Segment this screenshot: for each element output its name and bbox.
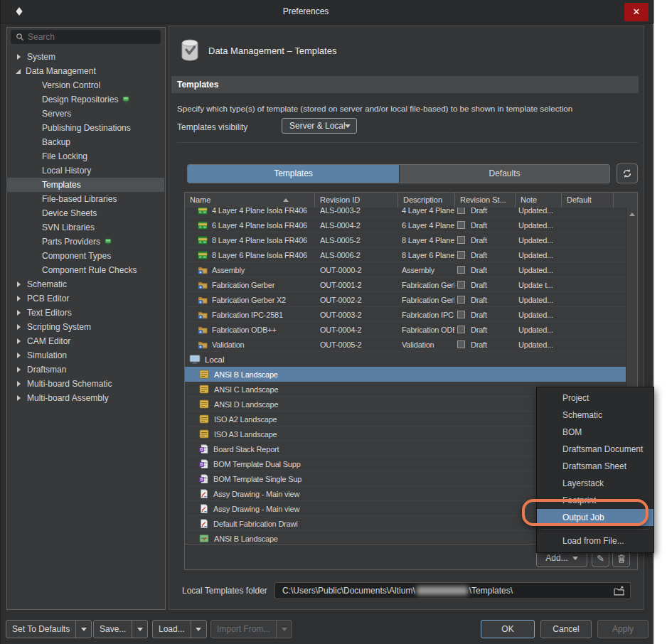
sidebar-item-file-locking[interactable]: File Locking [6,149,166,163]
column-header-note[interactable]: Note [515,193,561,208]
load-button[interactable]: Load... [152,620,207,638]
title-bar[interactable]: Preferences ✕ [1,0,653,23]
revision-state-checkbox[interactable] [457,236,465,244]
sidebar-item-publishing-destinations[interactable]: Publishing Destinations [6,121,166,135]
template-row[interactable]: Fabrication Gerber X2 OUT-0002-2 Fabrica… [185,292,626,307]
revision-state-checkbox[interactable] [457,221,465,229]
local-template-row-selected[interactable]: ANSI B Landscape [185,367,626,382]
sidebar-item-design-repositories[interactable]: Design Repositories [6,92,166,107]
sidebar-item-parts-providers[interactable]: Parts Providers [6,235,166,249]
sidebar-item-local-history[interactable]: Local History [6,163,166,178]
menu-item-bom[interactable]: BOM [537,424,653,441]
drawing-document-icon [199,504,208,513]
revision-state-checkbox[interactable] [457,311,465,318]
close-button[interactable]: ✕ [624,3,649,21]
local-group-header[interactable]: Local [185,352,626,367]
sidebar-item-cam-editor[interactable]: CAM Editor [6,334,166,348]
sheet-green-icon [199,534,209,543]
menu-item-layerstack[interactable]: Layerstack [537,475,653,492]
pcb-template-icon [198,208,208,215]
chevron-right-icon [17,310,21,316]
save-menu-button[interactable] [132,621,147,638]
column-header-default[interactable]: Default [561,193,613,208]
refresh-icon [622,168,632,178]
revision-state-checkbox[interactable] [457,281,465,289]
sidebar-item-pcb-editor[interactable]: PCB Editor [6,291,166,306]
pcb-template-icon [198,236,208,245]
sidebar-item-system[interactable]: System [6,50,166,64]
sidebar-item-file-based-libraries[interactable]: File-based Libraries [6,192,166,206]
chevron-right-icon [17,353,21,358]
load-menu-button[interactable] [191,621,206,638]
template-row[interactable]: 4 Layer 4 Plane Isola FR406 ALS-0003-2 4… [185,208,626,218]
sheet-template-icon [199,399,209,409]
sidebar-item-backup[interactable]: Backup [6,135,166,149]
revision-state-checkbox[interactable] [457,326,465,333]
templates-visibility-dropdown[interactable]: Server & Local [282,118,357,134]
sidebar-item-simulation[interactable]: Simulation [6,348,166,363]
sidebar-item-svn-libraries[interactable]: SVN Libraries [6,220,166,235]
menu-item-project[interactable]: Project [537,390,653,407]
column-header-description[interactable]: Description [397,193,454,208]
revision-state-checkbox[interactable] [457,340,465,348]
sidebar-item-multi-board-schematic[interactable]: Multi-board Schematic [6,377,166,391]
browse-folder-icon[interactable] [614,586,624,596]
local-templates-folder-field[interactable]: C:\Users\Public\Documents\Altium\ \Templ… [274,582,631,599]
cancel-button[interactable]: Cancel [540,620,592,638]
menu-item-load-from-file[interactable]: Load from File... [537,532,653,549]
ok-button[interactable]: OK [481,620,535,638]
sidebar-item-schematic[interactable]: Schematic [6,277,166,291]
revision-state-checkbox[interactable] [457,251,465,259]
sidebar-item-servers[interactable]: Servers [6,107,166,121]
sidebar-item-templates[interactable]: Templates [6,178,164,192]
revision-state-checkbox[interactable] [457,296,465,304]
table-header: Name Revision ID Description Revision St… [185,193,637,208]
output-folder-icon [198,340,208,349]
menu-item-draftsman-document[interactable]: Draftsman Document [537,441,653,458]
template-row[interactable]: Fabrication ODB++ OUT-0004-2 Fabrication… [185,322,626,337]
sidebar-item-text-editors[interactable]: Text Editors [6,306,166,320]
drawing-document-icon [199,489,208,498]
refresh-button[interactable] [617,163,638,183]
sidebar-item-scripting-system[interactable]: Scripting System [6,320,166,334]
template-source-tabs: Templates Defaults [187,164,610,183]
sidebar-item-device-sheets[interactable]: Device Sheets [6,206,166,220]
template-row[interactable]: 8 Layer 6 Plane Isola FR406 ALS-0006-2 8… [185,247,626,262]
revision-state-checkbox[interactable] [457,208,465,214]
sidebar-item-component-rule-checks[interactable]: Component Rule Checks [6,263,166,277]
scroll-up-arrow-icon[interactable] [629,213,635,216]
revision-state-checkbox[interactable] [457,266,465,274]
chevron-expanded-icon [16,69,21,74]
output-folder-icon [198,311,208,319]
save-button[interactable]: Save... [93,620,148,638]
sort-ascending-icon [283,198,289,202]
menu-item-draftsman-sheet[interactable]: Draftsman Sheet [537,458,653,475]
menu-item-schematic[interactable]: Schematic [537,407,653,424]
column-header-filler [613,193,637,208]
visibility-label: Templates visibility [177,122,247,132]
local-templates-folder-label: Local Templates folder [182,586,267,596]
tab-defaults[interactable]: Defaults [399,165,609,183]
chevron-down-icon [572,557,578,560]
sidebar-tree: System Data Management Version Control D… [6,50,166,405]
search-box[interactable] [11,30,161,44]
sidebar-item-multi-board-assembly[interactable]: Multi-board Assembly [6,391,166,405]
template-row[interactable]: 8 Layer 4 Plane Isola FR406 ALS-0005-2 8… [185,232,626,247]
tab-templates[interactable]: Templates [188,165,399,183]
set-to-defaults-menu-button[interactable] [75,621,91,638]
chevron-right-icon [17,381,21,387]
column-header-revision-state[interactable]: Revision St... [454,193,515,208]
template-row[interactable]: Fabrication IPC-2581 OUT-0003-2 Fabricat… [185,307,626,322]
template-row[interactable]: Validation OUT-0005-2 Validation Draft U… [185,337,626,352]
sidebar-item-draftsman[interactable]: Draftsman [6,363,166,377]
sidebar-item-component-types[interactable]: Component Types [6,249,166,263]
template-row[interactable]: Assembly OUT-0000-2 Assembly Draft Updat… [185,262,626,277]
template-row[interactable]: Fabrication Gerber OUT-0001-2 Fabricatio… [185,277,626,292]
template-row[interactable]: 6 Layer 4 Plane Isola FR406 ALS-0004-2 6… [185,218,626,232]
column-header-revision-id[interactable]: Revision ID [314,193,397,208]
search-input[interactable] [28,30,156,44]
set-to-defaults-button[interactable]: Set To Defaults [6,620,92,638]
column-header-name[interactable]: Name [185,193,314,208]
sidebar-item-data-management[interactable]: Data Management [6,64,166,78]
sidebar-item-version-control[interactable]: Version Control [6,78,166,92]
